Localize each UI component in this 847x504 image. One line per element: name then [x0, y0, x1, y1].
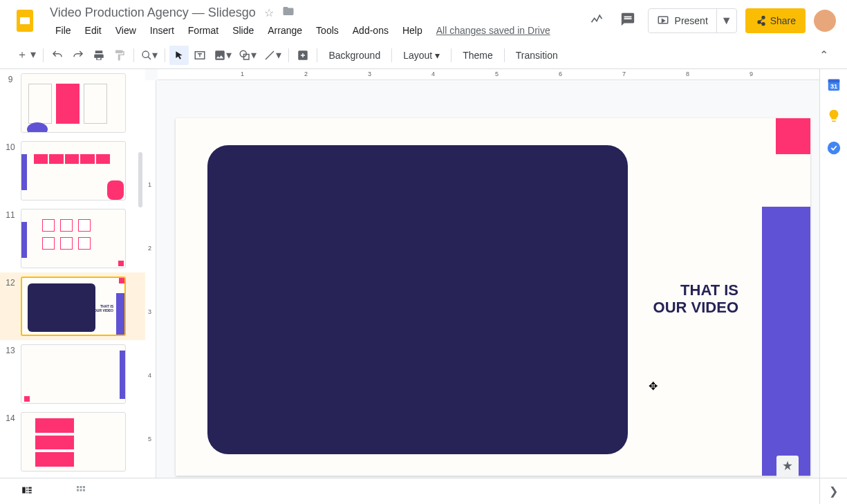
folder-icon[interactable]	[282, 5, 295, 20]
menu-addons[interactable]: Add-ons	[347, 24, 394, 37]
zoom-button[interactable]: ▾	[138, 46, 160, 65]
slide-canvas[interactable]: THAT IS OUR VIDEO ✥	[156, 80, 819, 478]
svg-rect-15	[26, 492, 28, 494]
doc-title[interactable]: Video Production Agency — Slidesgo	[50, 6, 256, 20]
toolbar: ＋ ▾ ▾ ▾ ▾ ▾ Background Layout ▾ Theme Tr…	[0, 41, 847, 69]
canvas-area: 1 2 3 4 5 6 7 8 9 1 2 3 4 5	[145, 69, 819, 478]
svg-point-3	[142, 51, 149, 57]
transition-button[interactable]: Transition	[509, 46, 565, 65]
thumbnail-9[interactable]: 9	[0, 69, 145, 137]
svg-rect-22	[77, 489, 79, 491]
star-icon[interactable]: ☆	[264, 6, 274, 19]
svg-rect-20	[80, 486, 82, 488]
menu-tools[interactable]: Tools	[310, 24, 344, 37]
svg-rect-16	[28, 487, 32, 488]
main-area: 9 10 11 12 THAT ISOUR VIDEO 13 14 1 2 3	[0, 69, 847, 478]
line-tool[interactable]: ▾	[261, 46, 284, 65]
svg-point-11	[827, 142, 839, 154]
paint-format-button[interactable]	[110, 46, 129, 65]
header: Video Production Agency — Slidesgo ☆ Fil…	[0, 0, 847, 41]
svg-rect-14	[26, 489, 28, 491]
menu-insert[interactable]: Insert	[145, 24, 180, 37]
svg-rect-21	[83, 486, 85, 488]
image-tool[interactable]: ▾	[211, 46, 234, 65]
svg-rect-23	[80, 489, 82, 491]
present-label: Present	[675, 15, 708, 26]
filmstrip-view-icon[interactable]	[21, 484, 33, 499]
menu-edit[interactable]: Edit	[80, 24, 107, 37]
calendar-icon[interactable]: 31	[826, 76, 842, 93]
share-label: Share	[770, 15, 796, 26]
collapse-toolbar-icon[interactable]: ⌃	[814, 46, 833, 65]
svg-rect-24	[83, 489, 85, 491]
slide-title-text[interactable]: THAT IS OUR VIDEO	[653, 281, 738, 317]
ruler-vertical[interactable]: 1 2 3 4 5	[145, 80, 156, 478]
present-dropdown[interactable]: ▼	[716, 9, 736, 32]
thumbnail-14[interactable]: 14	[0, 408, 145, 476]
footer	[0, 478, 847, 504]
thumbnail-10[interactable]: 10	[0, 137, 145, 205]
thumbnail-11[interactable]: 11	[0, 205, 145, 272]
select-tool[interactable]	[169, 46, 189, 65]
scrollbar-thumb[interactable]	[138, 152, 142, 207]
redo-button[interactable]	[68, 46, 88, 65]
comment-icon[interactable]	[616, 8, 640, 34]
side-panel: 31	[819, 69, 847, 478]
print-button[interactable]	[89, 46, 109, 65]
svg-rect-1	[20, 17, 30, 24]
thumbnail-panel[interactable]: 9 10 11 12 THAT ISOUR VIDEO 13 14	[0, 69, 145, 478]
menu-format[interactable]: Format	[183, 24, 224, 37]
svg-rect-17	[28, 489, 32, 491]
svg-rect-13	[26, 487, 28, 488]
comment-tool[interactable]	[293, 46, 313, 65]
ruler-horizontal[interactable]: 1 2 3 4 5 6 7 8 9	[158, 69, 819, 80]
thumbnail-13[interactable]: 13	[0, 340, 145, 408]
menu-file[interactable]: File	[50, 24, 77, 37]
menu-view[interactable]: View	[110, 24, 142, 37]
menu-arrange[interactable]: Arrange	[262, 24, 308, 37]
menu-bar: File Edit View Insert Format Slide Arran…	[50, 24, 586, 37]
pink-square-shape[interactable]	[776, 118, 810, 154]
user-avatar[interactable]	[814, 10, 836, 32]
slides-logo[interactable]	[11, 7, 39, 35]
undo-button[interactable]	[48, 46, 67, 65]
thumbnail-12[interactable]: 12 THAT ISOUR VIDEO	[0, 272, 145, 340]
move-cursor-icon: ✥	[649, 380, 658, 393]
show-side-panel-icon[interactable]: ❯	[819, 478, 847, 504]
layout-button[interactable]: Layout ▾	[396, 46, 447, 65]
keep-icon[interactable]	[826, 108, 842, 124]
svg-rect-12	[22, 487, 26, 493]
svg-rect-18	[28, 492, 32, 494]
new-slide-button[interactable]: ＋ ▾	[14, 46, 39, 65]
menu-help[interactable]: Help	[397, 24, 428, 37]
slide[interactable]: THAT IS OUR VIDEO ✥	[176, 118, 810, 476]
svg-rect-9	[828, 80, 839, 83]
shape-tool[interactable]: ▾	[236, 46, 259, 65]
activity-icon[interactable]	[586, 8, 608, 33]
share-button[interactable]: Share	[745, 8, 806, 33]
navy-rounded-shape[interactable]	[207, 145, 628, 454]
present-button[interactable]: Present ▼	[648, 8, 737, 33]
svg-text:31: 31	[830, 83, 837, 90]
textbox-tool[interactable]	[190, 46, 210, 65]
tasks-icon[interactable]	[826, 140, 842, 156]
menu-slide[interactable]: Slide	[227, 24, 259, 37]
theme-button[interactable]: Theme	[456, 46, 500, 65]
explore-button[interactable]	[776, 456, 799, 478]
saved-status[interactable]: All changes saved in Drive	[431, 24, 556, 37]
purple-bar-shape[interactable]	[762, 207, 810, 476]
svg-rect-19	[77, 486, 79, 488]
title-area: Video Production Agency — Slidesgo ☆ Fil…	[50, 4, 586, 37]
grid-view-icon[interactable]	[75, 484, 87, 499]
background-button[interactable]: Background	[322, 46, 387, 65]
